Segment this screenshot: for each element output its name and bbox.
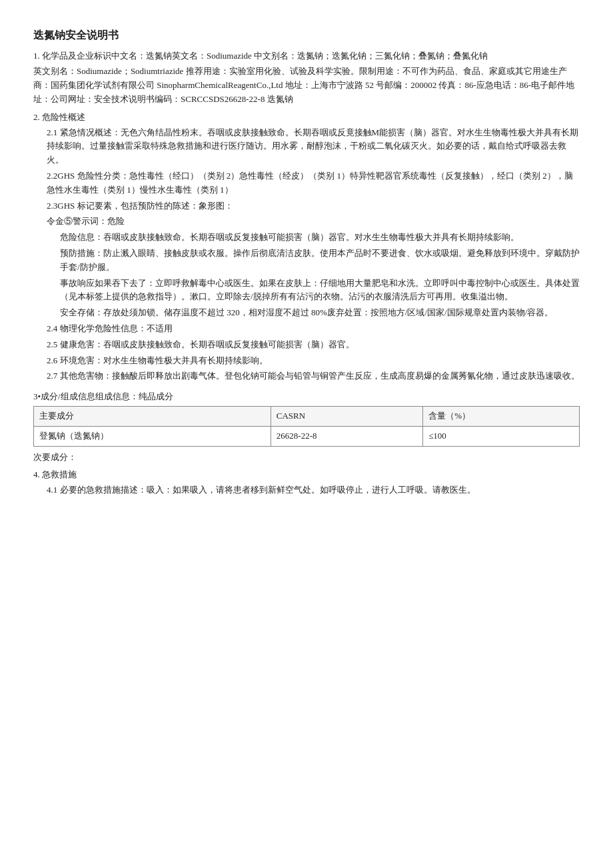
- sub21-content: 2.1 紧急情况概述：无色六角结晶性粉末。吞咽或皮肤接触致命。长期吞咽或反竟接触…: [47, 126, 580, 167]
- storage: 安全存储：存放处须加锁。储存温度不超过 320，相对湿度不超过 80%废弃处置：…: [60, 306, 580, 320]
- page-title: 迭氮钠安全说明书: [33, 27, 580, 44]
- section-4: 4. 急救措施 4.1 必要的急救措施描述：吸入：如果吸入，请将患者移到新鲜空气…: [33, 468, 580, 497]
- table-cell: ≤100: [423, 426, 580, 446]
- sub23-label: 2.3GHS 标记要素，包括预防性的陈述：象形图：: [47, 199, 580, 213]
- col-header-content: 含量（%）: [423, 406, 580, 426]
- sub24-content: 2.4 物理化学危险性信息：不适用: [47, 322, 580, 336]
- section4-title: 4. 急救措施: [33, 468, 580, 482]
- sub25-content: 2.5 健康危害：吞咽或皮肤接触致命。长期吞咽或反复接触可能损害（脑）器官。: [47, 338, 580, 352]
- section2-sub21: 2.1 紧急情况概述：无色六角结晶性粉末。吞咽或皮肤接触致命。长期吞咽或反竟接触…: [47, 126, 580, 167]
- section-1: 1. 化学品及企业标识中文名：迭氮钠英文名：Sodiumazide 中文别名：迭…: [33, 49, 580, 107]
- section2-sub25: 2.5 健康危害：吞咽或皮肤接触致命。长期吞咽或反复接触可能损害（脑）器官。: [47, 338, 580, 352]
- sub26-content: 2.6 环境危害：对水生生物毒性极大并具有长期持续影响。: [47, 354, 580, 368]
- section1-line2: 英文别名：Sodiumazide；Sodiumtriazide 推荐用途：实验室…: [33, 65, 580, 106]
- table-header-row: 主要成分 CASRN 含量（%）: [34, 406, 580, 426]
- table-row: 登氮钠（迭氮钠）26628-22-8≤100: [34, 426, 580, 446]
- prevention: 预防措施：防止溅入眼睛、接触皮肤或衣服。操作后彻底清洁皮肤。使用本产品时不要进食…: [60, 247, 580, 275]
- sub22-content: 2.2GHS 危险性分类：急性毒性（经口）（类别 2）急性毒性（经皮）（类别 1…: [47, 169, 580, 197]
- col-header-casrn: CASRN: [271, 406, 422, 426]
- document-container: 迭氮钠安全说明书 1. 化学品及企业标识中文名：迭氮钠英文名：Sodiumazi…: [33, 27, 580, 497]
- section2-sub23: 2.3GHS 标记要素，包括预防性的陈述：象形图： 令金⑤警示词：危险 危险信息…: [47, 199, 580, 320]
- section2-sub22: 2.2GHS 危险性分类：急性毒性（经口）（类别 2）急性毒性（经皮）（类别 1…: [47, 169, 580, 197]
- sub23-details: 危险信息：吞咽或皮肤接触致命。长期吞咽或反复接触可能损害（脑）器官。对水生生物毒…: [60, 231, 580, 320]
- section4-sub41: 4.1 必要的急救措施描述：吸入：如果吸入，请将患者移到新鲜空气处。如呼吸停止，…: [47, 483, 580, 497]
- response: 事故响应如果吞下去了：立即呼救解毒中心或医生。如果在皮肤上：仔细地用大量肥皂和水…: [60, 277, 580, 305]
- col-header-component: 主要成分: [34, 406, 271, 426]
- sub27-content: 2.7 其他危害物：接触酸后即释放出剧毒气体。登包化钠可能会与铅管与铜管产生反应…: [47, 369, 580, 383]
- section1-line1: 1. 化学品及企业标识中文名：迭氮钠英文名：Sodiumazide 中文别名：迭…: [33, 49, 580, 63]
- table-cell: 26628-22-8: [271, 426, 422, 446]
- table-body: 登氮钠（迭氮钠）26628-22-8≤100: [34, 426, 580, 446]
- section2-sub24: 2.4 物理化学危险性信息：不适用: [47, 322, 580, 336]
- section-2: 2. 危险性概述 2.1 紧急情况概述：无色六角结晶性粉末。吞咽或皮肤接触致命。…: [33, 111, 580, 383]
- composition-table: 主要成分 CASRN 含量（%） 登氮钠（迭氮钠）26628-22-8≤100: [33, 406, 580, 447]
- section3-title: 3•成分/组成信息组成信息：纯品成分: [33, 390, 580, 404]
- secondary-component-label: 次要成分：: [33, 451, 580, 465]
- table-cell: 登氮钠（迭氮钠）: [34, 426, 271, 446]
- warning-symbols: 令金⑤警示词：危险: [47, 215, 580, 229]
- section-3: 3•成分/组成信息组成信息：纯品成分 主要成分 CASRN 含量（%） 登氮钠（…: [33, 390, 580, 464]
- sub41-content: 4.1 必要的急救措施描述：吸入：如果吸入，请将患者移到新鲜空气处。如呼吸停止，…: [47, 483, 580, 497]
- hazard-info: 危险信息：吞咽或皮肤接触致命。长期吞咽或反复接触可能损害（脑）器官。对水生生物毒…: [60, 231, 580, 245]
- section2-title: 2. 危险性概述: [33, 111, 580, 125]
- section2-sub26: 2.6 环境危害：对水生生物毒性极大并具有长期持续影响。: [47, 354, 580, 368]
- section2-sub27: 2.7 其他危害物：接触酸后即释放出剧毒气体。登包化钠可能会与铅管与铜管产生反应…: [47, 369, 580, 383]
